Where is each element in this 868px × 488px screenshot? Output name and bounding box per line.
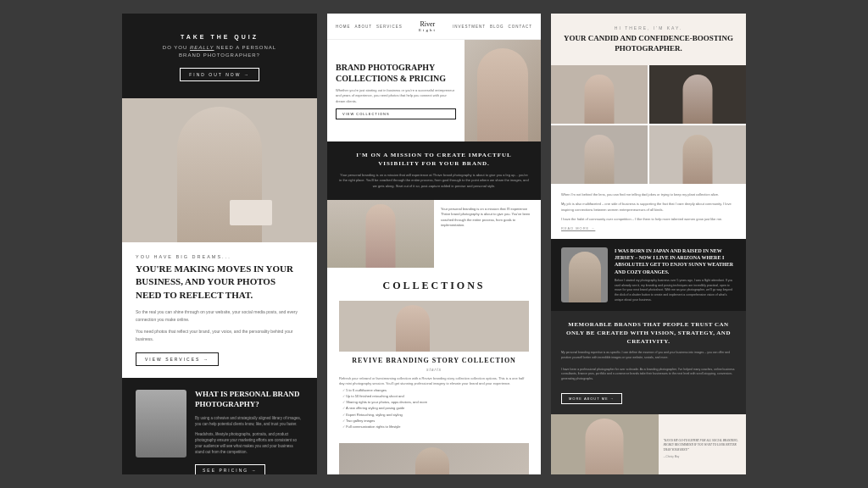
memorable-body-2: I have been a professional photographer …	[561, 368, 736, 382]
site-logo[interactable]: River Eight	[408, 20, 448, 32]
navigation: HOME ABOUT SERVICES River Eight INVESTME…	[327, 14, 541, 40]
intro-section: HI THERE, I'M KAY. YOUR CANDID AND CONFI…	[551, 14, 746, 65]
list-item: A new offering styling and posing guide	[342, 405, 529, 411]
mid-portrait-row: Your personal branding is on a mission t…	[327, 200, 541, 268]
grid-image-3	[551, 125, 648, 184]
what-is-headline: WHAT IS PERSONAL BRAND PHOTOGRAPHY?	[195, 390, 303, 409]
grid-image-1	[551, 65, 648, 124]
list-item: Expert Retouching, styling and styling	[342, 412, 529, 418]
about-body-3: I have the habit of community over compe…	[561, 217, 736, 223]
mission-section: I'M ON A MISSION TO CREATE IMPACTFUL VIS…	[327, 141, 541, 200]
mid-portrait-text: Your personal branding is on a mission t…	[434, 200, 541, 268]
collection-figure-1	[396, 305, 430, 352]
more-about-button[interactable]: MORE ABOUT ME →	[561, 393, 622, 404]
quiz-section: R TAKE THE QUIZ DO YOU REALLY NEED A PER…	[122, 14, 317, 98]
bottom-row: "KAY IS MY GO-TO EXPERT FOR ALL SOCIAL B…	[551, 414, 746, 474]
hi-label: HI THERE, I'M KAY.	[561, 25, 736, 30]
brand-photo-title: BRAND PHOTOGRAPHY COLLECTIONS & PRICING	[336, 62, 456, 84]
collection-figure-2	[415, 447, 449, 474]
mid-portrait-figure	[366, 204, 396, 268]
grid-image-2	[649, 65, 746, 124]
bottom-figure-2	[586, 419, 624, 474]
mid-portrait-img	[327, 200, 434, 268]
what-is-section: WHAT IS PERSONAL BRAND PHOTOGRAPHY? By u…	[122, 378, 317, 474]
about-text: When I'm not behind the lens, you can fi…	[551, 184, 746, 238]
mission-title: I'M ON A MISSION TO CREATE IMPACTFUL VIS…	[339, 152, 529, 169]
panel-right: HI THERE, I'M KAY. YOUR CANDID AND CONFI…	[551, 14, 746, 474]
list-item: Sharing rights to your photos, apps devi…	[342, 399, 529, 405]
collection-image-2	[339, 443, 529, 474]
nav-investment[interactable]: INVESTMENT	[453, 25, 486, 29]
hero-body: Whether you're just starting out in busi…	[336, 88, 456, 104]
mid-hero: BRAND PHOTOGRAPHY COLLECTIONS & PRICING …	[327, 40, 541, 141]
nav-about[interactable]: ABOUT	[355, 25, 373, 29]
quiz-label: TAKE THE QUIZ	[136, 34, 303, 40]
collection-item-2: HALF DAY PERSONAL BRANDING COLLECTION st…	[339, 443, 529, 474]
list-item: 5 to 6 outfit/scene changes	[342, 387, 529, 393]
memorable-body-1: My personal branding expertise is as spe…	[561, 351, 736, 360]
collection-title-1: REVIVE BRANDING STORY COLLECTION	[339, 357, 529, 364]
memorable-title: MEMORABLE BRANDS THAT PEOPLE TRUST CAN O…	[561, 321, 736, 346]
collection-list-1: 5 to 6 outfit/scene changes Up to 50 fin…	[339, 387, 529, 430]
collection-subtitle-1: starts	[339, 367, 529, 372]
nav-services[interactable]: SERVICES	[376, 25, 403, 29]
about-body-1: When I'm not behind the lens, you can fi…	[561, 192, 736, 198]
born-title: I WAS BORN IN JAPAN AND RAISED IN NEW JE…	[615, 247, 736, 276]
nav-blog[interactable]: BLOG	[490, 25, 504, 29]
bottom-portrait-2	[551, 414, 659, 474]
bottom-portrait	[136, 390, 186, 458]
quote-text: "KAY IS MY GO-TO EXPERT FOR ALL SOCIAL B…	[664, 439, 742, 453]
born-figure	[569, 252, 601, 302]
hero-text-section: YOU HAVE BIG DREAMS... YOU'RE MAKING MOV…	[122, 242, 317, 378]
mission-body: Your personal branding is on a mission t…	[339, 173, 529, 190]
collection-body-1: Refresh your rebrand or livestreaming co…	[339, 376, 529, 387]
panel-mid: HOME ABOUT SERVICES River Eight INVESTME…	[327, 14, 541, 474]
grid-figure-4	[683, 135, 713, 185]
view-services-button[interactable]: VIEW SERVICES →	[136, 352, 219, 366]
what-is-body-2: Headshots, lifestyle photographs, portra…	[195, 431, 303, 456]
hero-body-2: You need photos that reflect your brand,…	[136, 328, 303, 342]
nav-home[interactable]: HOME	[336, 25, 351, 29]
about-body-2: My job is also multifaceted – one side o…	[561, 202, 736, 214]
laptop-prop	[230, 200, 272, 225]
hero-image	[122, 98, 317, 242]
quote-author: —Christy May	[664, 455, 742, 458]
grid-figure-2	[683, 75, 713, 125]
photographer-title: YOUR CANDID AND CONFIDENCE-BOOSTING PHOT…	[561, 34, 736, 53]
hero-text-box: BRAND PHOTOGRAPHY COLLECTIONS & PRICING …	[327, 40, 465, 141]
testimonial-quote: "KAY IS MY GO-TO EXPERT FOR ALL SOCIAL B…	[659, 414, 747, 474]
portrait-grid	[551, 65, 746, 184]
collections-section: COLLECTIONS REVIVE BRANDING STORY COLLEC…	[327, 268, 541, 474]
portrait-figure	[477, 48, 528, 141]
quiz-subtitle: DO YOU REALLY NEED A PERSONALBRAND PHOTO…	[136, 44, 303, 59]
grid-image-4	[649, 125, 746, 184]
hero-body-1: So the real you can shine through on you…	[136, 308, 303, 323]
memorable-section: MEMORABLE BRANDS THAT PEOPLE TRUST CAN O…	[551, 311, 746, 414]
list-item: Up to 50 finished retouching shoot and	[342, 393, 529, 399]
what-is-body-1: By using a cohesive and strategically al…	[195, 415, 303, 427]
list-item: Full communication rights to lifestyle	[342, 424, 529, 430]
panel-left: R TAKE THE QUIZ DO YOU REALLY NEED A PER…	[122, 14, 317, 474]
you-have-label: YOU HAVE BIG DREAMS...	[136, 254, 303, 259]
collections-title: COLLECTIONS	[339, 280, 529, 292]
main-headline: YOU'RE MAKING MOVES IN YOUR BUSINESS, AN…	[136, 263, 303, 302]
born-portrait	[561, 247, 608, 302]
nav-links-left: HOME ABOUT SERVICES	[336, 25, 403, 29]
find-out-button[interactable]: FIND OUT NOW →	[180, 68, 259, 81]
view-collections-button[interactable]: VIEW COLLECTIONS	[336, 108, 456, 119]
mid-portrait-body: Your personal branding is on a mission t…	[441, 207, 534, 229]
collection-image-1	[339, 301, 529, 352]
collection-item-1: REVIVE BRANDING STORY COLLECTION starts …	[339, 301, 529, 430]
born-body: Before I started my photography business…	[615, 279, 736, 302]
nav-links-right: INVESTMENT BLOG CONTACT	[453, 25, 532, 29]
grid-figure-3	[585, 135, 615, 185]
hero-portrait	[465, 40, 541, 141]
nav-contact[interactable]: CONTACT	[509, 25, 532, 29]
born-text: I WAS BORN IN JAPAN AND RAISED IN NEW JE…	[615, 247, 736, 303]
what-is-text: WHAT IS PERSONAL BRAND PHOTOGRAPHY? By u…	[195, 390, 303, 474]
list-item: Two gallery images	[342, 418, 529, 424]
read-more-link[interactable]: READ MORE →	[561, 226, 736, 230]
grid-figure-1	[585, 75, 615, 125]
see-pricing-button[interactable]: SEE PRICING →	[195, 464, 265, 474]
born-section: I WAS BORN IN JAPAN AND RAISED IN NEW JE…	[551, 239, 746, 312]
